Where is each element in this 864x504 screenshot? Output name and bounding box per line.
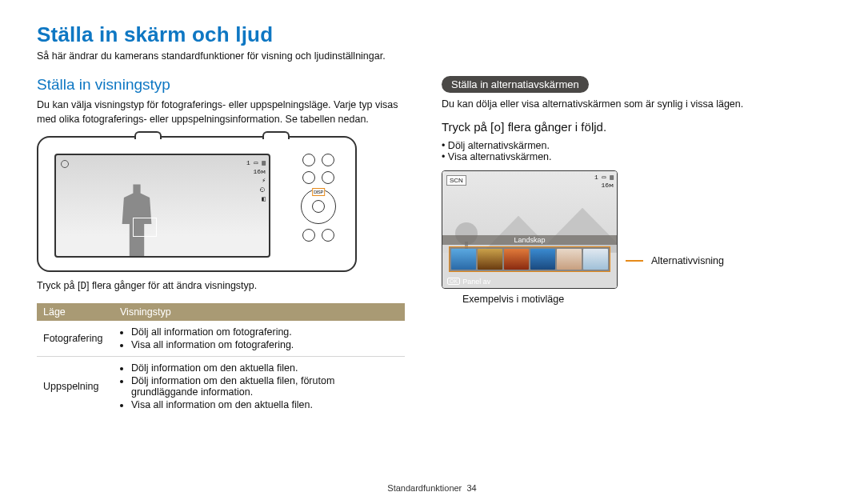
page-number: 34	[466, 483, 476, 493]
press-d-caption: Tryck på [D] flera gånger för att ändra …	[37, 280, 405, 292]
thumbnail	[478, 249, 502, 270]
flash-icon: ⚡	[246, 176, 266, 185]
list-item: Dölj alternativskärmen.	[442, 140, 786, 151]
table-header-type: Visningstyp	[114, 303, 405, 321]
press-o-instruction: Tryck på [o] flera gånger i följd.	[442, 120, 786, 135]
mode-cell: Uppspelning	[37, 357, 114, 417]
panel-av-label: OK Panel av	[447, 278, 490, 286]
alt-screen-bullets: Dölj alternativskärmen. Visa alternativs…	[442, 140, 786, 162]
battery-icon: 1 ▭ ▥	[246, 158, 266, 167]
example-caption: Exempelvis i motivläge	[462, 294, 786, 305]
button-small-6	[322, 229, 334, 242]
list-item: Visa alternativskärmen.	[442, 151, 786, 162]
caption-prefix: Tryck på [	[37, 280, 80, 291]
list-item: Visa all information om den aktuella fil…	[131, 398, 398, 411]
left-column: Ställa in visningstyp Du kan välja visni…	[37, 76, 405, 416]
leader-line	[626, 260, 643, 262]
list-item: Dölj information om den aktuella filen.	[131, 362, 398, 374]
camera-front-illustration: 1 ▭ ▥ 16ᴍ ⚡ ⏲ ◧	[37, 136, 357, 272]
thumbnail	[530, 249, 555, 270]
face-detect-box	[133, 218, 157, 237]
pill-alt-screen: Ställa in alternatiavskärmen	[442, 76, 589, 93]
camera-lcd: 1 ▭ ▥ 16ᴍ ⚡ ⏲ ◧	[54, 154, 270, 258]
table-header-mode: Läge	[37, 303, 114, 321]
scene-label: Landskap	[442, 235, 617, 245]
lcd-indicators: 1 ▭ ▥ 16ᴍ ⚡ ⏲ ◧	[246, 158, 266, 203]
section-desc-display-type: Du kan välja visningstyp för fotograferi…	[37, 98, 405, 126]
instruction-prefix: Tryck på [	[442, 120, 494, 134]
battery-icon: 1 ▭ ▥	[594, 174, 614, 182]
timer-icon: ⏲	[246, 186, 266, 194]
callout-alternativvisning: Alternativvisning	[651, 255, 724, 289]
example-indicators: 1 ▭ ▥ 16ᴍ	[594, 174, 614, 190]
panel-av-text: Panel av	[462, 278, 490, 286]
alt-screen-desc: Du kan dölja eller visa alternativskärme…	[442, 98, 786, 112]
dpad: DISP	[301, 189, 336, 224]
ok-icon: OK	[447, 278, 460, 285]
footer: Standardfunktioner 34	[0, 483, 864, 493]
resolution-label: 16ᴍ	[594, 182, 614, 190]
instruction-suffix: ] flera gånger i följd.	[501, 120, 606, 134]
camera-buttons: DISP	[294, 154, 342, 242]
disp-label-highlight: DISP	[312, 188, 325, 196]
instruction-key: o	[494, 122, 501, 135]
right-column: Ställa in alternatiavskärmen Du kan dölj…	[442, 76, 786, 416]
button-small-5	[302, 229, 315, 242]
thumbnail	[504, 249, 529, 270]
example-screenshot: SCN 1 ▭ ▥ 16ᴍ Landskap	[442, 170, 618, 289]
page-intro: Så här ändrar du kamerans standardfunkti…	[37, 50, 827, 62]
list-item: Dölj information om den aktuella filen, …	[131, 374, 398, 398]
person-silhouette	[118, 171, 155, 258]
scn-badge: SCN	[446, 175, 466, 186]
section-title-display-type: Ställa in visningstyp	[37, 76, 405, 94]
mode-icon	[61, 160, 69, 168]
misc-icon: ◧	[246, 194, 266, 203]
table-row: Fotografering Dölj all information om fo…	[37, 321, 405, 357]
page-title: Ställa in skärm och ljud	[37, 22, 827, 47]
button-small-4	[322, 171, 334, 184]
caption-suffix: ] flera gånger för att ändra visningstyp…	[86, 280, 257, 291]
thumbnail	[557, 249, 582, 270]
list-item: Visa all information om fotografering.	[131, 338, 398, 351]
resolution-label: 16ᴍ	[246, 167, 266, 176]
display-type-table: Läge Visningstyp Fotografering Dölj all …	[37, 303, 405, 416]
button-small-1	[302, 154, 315, 166]
button-small-3	[302, 171, 315, 184]
caption-key: D	[80, 281, 86, 292]
thumbnail	[583, 249, 608, 270]
mode-cell: Fotografering	[37, 321, 114, 357]
button-small-2	[322, 154, 334, 166]
thumbnail-strip	[449, 246, 610, 272]
table-row: Uppspelning Dölj information om den aktu…	[37, 357, 405, 417]
thumbnail	[451, 249, 476, 270]
footer-label: Standardfunktioner	[387, 483, 462, 493]
list-item: Dölj all information om fotografering.	[131, 326, 398, 338]
